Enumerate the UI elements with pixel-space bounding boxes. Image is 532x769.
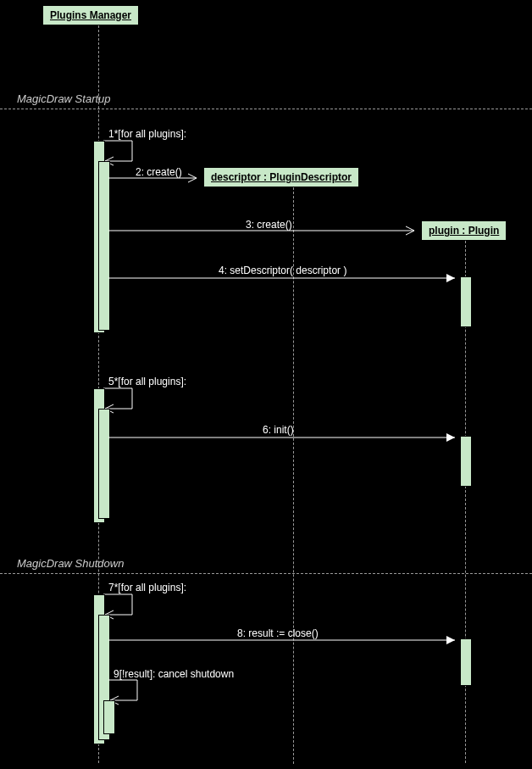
- msg-3-arrow: [108, 229, 421, 237]
- msg-2-arrow: [108, 176, 203, 185]
- msg-8-arrow: [108, 638, 462, 647]
- msg-7-label: 7*[for all plugins]:: [108, 582, 186, 593]
- fragment-startup-label: MagicDraw Startup: [17, 92, 111, 105]
- activation-plugin-2: [460, 436, 472, 487]
- msg-9-label: 9[!result]: cancel shutdown: [114, 668, 234, 680]
- lifeline-descriptor: descriptor : PluginDescriptor: [203, 167, 359, 187]
- msg-8-label: 8: result := close(): [237, 627, 319, 639]
- lifeline-plugins-manager: Plugins Manager: [42, 5, 139, 25]
- msg-4-arrow: [108, 276, 462, 285]
- msg-4-label: 4: setDescriptor( descriptor ): [219, 265, 346, 276]
- svg-marker-3: [446, 274, 455, 282]
- activation-manager-2b: [98, 409, 110, 519]
- activation-plugin-1: [460, 276, 472, 327]
- msg-6-label: 6: init(): [263, 424, 294, 436]
- activation-manager-1b: [98, 161, 110, 331]
- fragment-shutdown-label: MagicDraw Shutdown: [17, 557, 124, 570]
- msg-6-arrow: [108, 436, 462, 444]
- activation-manager-3c: [103, 700, 115, 734]
- svg-marker-7: [446, 636, 455, 644]
- svg-marker-5: [446, 433, 455, 442]
- fragment-shutdown-line: [0, 573, 532, 574]
- fragment-startup-line: [0, 109, 532, 109]
- activation-plugin-3: [460, 638, 472, 686]
- lifeline-plugin: plugin : Plugin: [421, 220, 507, 241]
- msg-1-label: 1*[for all plugins]:: [108, 128, 186, 140]
- msg-5-label: 5*[for all plugins]:: [108, 376, 186, 387]
